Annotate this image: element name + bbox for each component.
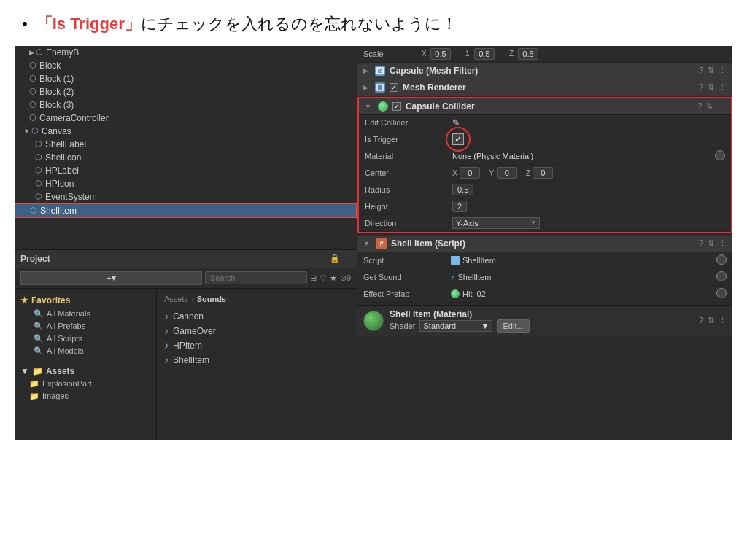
hierarchy-item[interactable]: ⬡ HPIcon [15,177,357,190]
script-target-icon[interactable] [716,254,727,266]
material-label: Material [365,152,452,160]
hierarchy-item-canvas[interactable]: ▼ ⬡ Canvas [15,125,357,138]
hierarchy-item[interactable]: ⬡ Block [15,59,357,72]
assets-sub-explosion[interactable]: 📁 ExplosionPart [20,378,150,390]
shader-value: Standard [423,322,456,330]
folder-icon: 📁 [29,392,39,401]
bookmark-icon[interactable]: ♡ [320,273,327,283]
height-value[interactable]: 2 [452,201,467,212]
settings-icon[interactable]: ⇅ [708,66,714,75]
get-sound-value[interactable]: ShellItem [458,273,492,281]
hierarchy-item[interactable]: ⬡ Block (3) [15,98,357,112]
sidebar-item-all-prefabs[interactable]: 🔍 All Prefabs [20,320,150,332]
filter-icon[interactable]: ⊟ [310,273,317,283]
breadcrumb-separator: › [191,295,194,303]
count-badge: ⊘9 [340,273,351,283]
more-icon[interactable]: ⋮ [719,238,727,248]
more-icon[interactable]: ⋮ [719,66,727,75]
capsule-collider-header[interactable]: ▼ ✓ Capsule Collider ? ⇅ ⋮ [359,98,731,115]
scale-label: Scale [363,50,422,58]
star-icon[interactable]: ★ [330,273,337,283]
hierarchy-item-label: CameraController [39,113,109,123]
script-value-area: ShellItem [451,256,496,265]
sound-item-cannon[interactable]: ♪ Cannon [164,309,349,324]
search-input[interactable] [205,271,307,284]
favorites-header[interactable]: ★ Favorites [20,293,150,308]
search-icon: 🔍 [34,334,44,343]
menu-icon[interactable]: ⋮ [343,254,351,263]
add-button[interactable]: +▾ [20,271,202,285]
edit-collider-button[interactable]: ✎ [452,117,725,128]
trigger-circle-highlight [446,127,471,152]
direction-select[interactable]: Y-Axis ▼ [452,217,540,229]
collider-checkbox[interactable]: ✓ [392,102,401,111]
more-icon[interactable]: ⋮ [719,316,727,325]
hierarchy-item[interactable]: ▶ ⬡ EnemyB [15,46,357,59]
material-target-icon[interactable] [715,150,725,162]
settings-icon[interactable]: ⇅ [708,238,714,248]
more-icon[interactable]: ⋮ [719,82,727,92]
effect-prefab-target-icon[interactable] [716,288,727,300]
breadcrumb-root[interactable]: Assets [164,295,188,303]
hierarchy-item[interactable]: ⬡ Block (1) [15,72,357,85]
shader-select[interactable]: Standard ▼ [419,320,492,332]
hierarchy-item[interactable]: ⬡ ShellLabel [15,138,357,151]
hierarchy-item[interactable]: ⬡ CameraController [15,112,357,125]
project-content: ★ Favorites 🔍 All Materials 🔍 All Prefab… [15,289,357,440]
mesh-renderer-actions: ? ⇅ ⋮ [699,82,727,92]
hierarchy-item[interactable]: ⬡ ShellIcon [15,151,357,164]
get-sound-row: Get Sound ♪ ShellItem [357,269,732,286]
audio-icon: ♪ [164,341,169,351]
script-value[interactable]: ShellItem [462,256,496,265]
assets-sub-images[interactable]: 📁 Images [20,390,150,402]
help-icon[interactable]: ? [699,238,703,248]
center-z-value[interactable]: 0 [533,167,553,179]
object-icon: ⬡ [35,179,42,188]
hierarchy-item[interactable]: ⬡ HPLabel [15,164,357,177]
center-y-value[interactable]: 0 [497,167,517,179]
search-icon: 🔍 [34,346,44,356]
settings-icon[interactable]: ⇅ [706,101,713,111]
sound-item-hpitem[interactable]: ♪ HPItem [164,338,349,353]
center-x-value[interactable]: 0 [460,167,480,179]
shader-label: Shader [390,322,415,330]
lock-icon[interactable]: 🔒 [330,254,340,263]
material-section: Shell Item (Material) Shader Standard ▼ … [357,305,732,336]
radius-value[interactable]: 0.5 [452,184,473,195]
mesh-renderer-header[interactable]: ▶ ✓ Mesh Renderer ? ⇅ ⋮ [357,79,732,96]
mesh-renderer-checkbox[interactable]: ✓ [390,83,398,92]
settings-icon[interactable]: ⇅ [708,82,714,92]
capsule-collider-highlighted: ▼ ✓ Capsule Collider ? ⇅ ⋮ Edit Collider… [357,97,732,233]
edit-material-button[interactable]: Edit... [497,319,529,332]
get-sound-target-icon[interactable] [716,271,727,283]
mesh-filter-header[interactable]: ▶ Capsule (Mesh Filter) ? ⇅ ⋮ [357,63,732,79]
sidebar-item-all-models[interactable]: 🔍 All Models [20,345,150,357]
hierarchy-item-shellitem[interactable]: ⬡ ShellItem [15,203,357,218]
shell-script-header[interactable]: ▼ # Shell Item (Script) ? ⇅ ⋮ [357,236,732,252]
help-icon[interactable]: ? [699,82,703,92]
item-label: All Materials [47,309,90,318]
project-header: Project 🔒 ⋮ [15,250,357,268]
settings-icon[interactable]: ⇅ [708,316,714,325]
header: • 「Is Trigger」 にチェックを入れるのを忘れないように！ [0,0,747,46]
center-x-item: X 0 [452,167,480,179]
sound-item-gameover[interactable]: ♪ GameOver [164,324,349,338]
hierarchy-item[interactable]: ⬡ EventSystem [15,190,357,203]
effect-prefab-value[interactable]: Hit_02 [462,289,486,298]
help-icon[interactable]: ? [699,66,703,75]
sound-item-shellitem[interactable]: ♪ ShellItem [164,353,349,368]
fold-icon: ▼ [20,366,29,376]
folder-icon: 📁 [32,366,43,376]
sidebar-item-all-materials[interactable]: 🔍 All Materials [20,308,150,320]
assets-header[interactable]: ▼ 📁 Assets [20,365,150,378]
hierarchy-item[interactable]: ⬡ Block (2) [15,85,357,98]
height-row: Height 2 [359,198,731,215]
help-icon[interactable]: ? [699,316,703,325]
help-icon[interactable]: ? [697,101,702,111]
breadcrumb-current[interactable]: Sounds [197,295,226,303]
chevron-down-icon: ▼ [530,219,536,226]
more-icon[interactable]: ⋮ [717,101,725,111]
script-row: Script ShellItem [357,252,732,269]
sidebar-item-all-scripts[interactable]: 🔍 All Scripts [20,332,150,345]
hierarchy-item-label: Block (1) [39,74,74,84]
